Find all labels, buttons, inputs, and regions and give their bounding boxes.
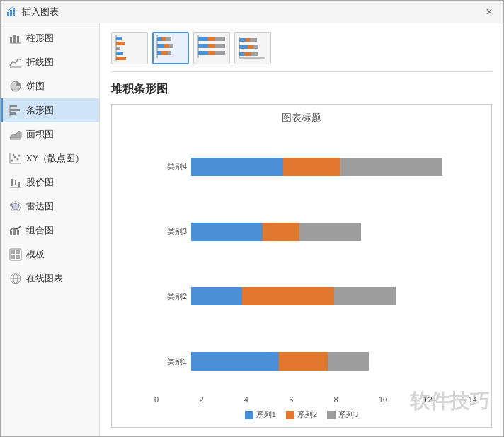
bar-seg-0-1 <box>191 287 242 305</box>
svg-rect-41 <box>116 42 125 45</box>
svg-rect-52 <box>157 51 161 55</box>
legend-label-1: 系列2 <box>297 409 317 420</box>
x-tick-5: 10 <box>379 395 423 404</box>
svg-rect-10 <box>10 109 20 111</box>
svg-rect-50 <box>164 44 169 48</box>
template-icon <box>9 248 22 261</box>
svg-rect-72 <box>239 52 244 56</box>
svg-rect-73 <box>244 52 251 56</box>
bars-1 <box>191 287 477 305</box>
chart-type-btn-stacked100[interactable] <box>193 32 230 64</box>
legend-color-2 <box>327 411 336 419</box>
svg-marker-28 <box>11 203 19 209</box>
svg-point-15 <box>11 160 13 162</box>
chart-type-btn-clustered[interactable] <box>111 32 148 64</box>
sidebar-item-stock[interactable]: 股价图 <box>1 170 99 194</box>
svg-rect-70 <box>248 45 253 49</box>
svg-rect-57 <box>208 37 215 41</box>
x-tick-0: 0 <box>154 395 199 404</box>
bar-seg-1-1 <box>242 287 334 305</box>
bars-0 <box>191 352 477 371</box>
svg-rect-4 <box>13 35 16 43</box>
chart-type-btn-stacked2[interactable] <box>234 32 271 64</box>
sidebar-item-radar[interactable]: 雷达图 <box>1 194 99 218</box>
svg-rect-33 <box>11 250 15 254</box>
bar-seg-2-0 <box>328 352 369 371</box>
svg-rect-5 <box>17 36 19 43</box>
legend-item-1: 系列2 <box>286 409 317 420</box>
combo-icon <box>9 224 22 237</box>
legend-item-0: 系列1 <box>245 409 276 420</box>
x-tick-2: 4 <box>244 395 289 404</box>
legend-color-0 <box>245 411 253 419</box>
bar-seg-1-2 <box>263 223 299 241</box>
pie-label: 饼图 <box>26 80 45 93</box>
sidebar-item-pie[interactable]: 饼图 <box>1 74 99 98</box>
svg-rect-61 <box>215 44 225 48</box>
radar-icon <box>9 200 22 213</box>
svg-rect-54 <box>168 51 171 55</box>
svg-point-18 <box>13 154 15 156</box>
svg-rect-46 <box>157 37 162 41</box>
svg-rect-2 <box>13 8 15 16</box>
svg-rect-71 <box>253 45 258 49</box>
svg-point-16 <box>14 156 16 158</box>
chart-wrapper: 类别4类别3类别2类别1 02468101214 系列1系列2系列3 <box>119 132 484 420</box>
svg-rect-64 <box>215 51 225 55</box>
svg-rect-51 <box>169 44 173 48</box>
sidebar-item-template[interactable]: 模板 <box>1 243 99 267</box>
legend: 系列1系列2系列3 <box>119 409 484 420</box>
svg-rect-29 <box>10 231 12 235</box>
window-icon <box>6 6 18 18</box>
svg-rect-53 <box>161 51 168 55</box>
svg-rect-62 <box>198 51 208 55</box>
bar-chart-rows: 类别4类别3类别2类别1 <box>119 132 484 394</box>
sidebar-item-combo[interactable]: 组合图 <box>1 218 99 243</box>
sidebar-item-bar-horizontal[interactable]: 条形图 <box>1 98 99 122</box>
area-icon <box>9 128 22 141</box>
bar-seg-2-2 <box>299 223 361 241</box>
svg-rect-34 <box>16 250 20 254</box>
section-title: 堆积条形图 <box>111 82 492 97</box>
svg-rect-40 <box>116 37 122 40</box>
online-label: 在线图表 <box>26 272 63 285</box>
chart-type-btn-stacked[interactable] <box>152 32 189 64</box>
bar-seg-1-3 <box>283 158 340 176</box>
svg-rect-63 <box>208 51 215 55</box>
legend-label-2: 系列3 <box>338 409 358 420</box>
svg-rect-3 <box>10 37 12 43</box>
chart-area: 图表标题 类别4类别3类别2类别1 02468101214 系列1系列2系列3 <box>111 104 492 428</box>
sidebar-item-area[interactable]: 面积图 <box>1 122 99 146</box>
sidebar-item-scatter[interactable]: XY（散点图） <box>1 146 99 170</box>
svg-rect-47 <box>162 37 166 41</box>
legend-item-2: 系列3 <box>327 409 358 420</box>
bar-horizontal-label: 条形图 <box>26 104 54 117</box>
svg-rect-11 <box>10 112 16 115</box>
title-bar: 插入图表 × <box>1 1 503 23</box>
svg-point-19 <box>18 155 21 157</box>
bar-label-3: 类别4 <box>154 161 187 172</box>
stock-label: 股价图 <box>26 176 54 189</box>
combo-label: 组合图 <box>26 224 54 237</box>
x-tick-7: 14 <box>469 395 477 404</box>
svg-rect-59 <box>198 44 208 48</box>
sidebar-item-line[interactable]: 折线图 <box>1 50 99 74</box>
svg-rect-35 <box>11 255 15 259</box>
bar-label-1: 类别2 <box>154 291 187 302</box>
window: 插入图表 × 柱形图折线图饼图条形图面积图XY（散点图）股价图雷达图组合图模板在… <box>0 0 504 437</box>
radar-label: 雷达图 <box>26 200 54 213</box>
pie-icon <box>9 80 22 93</box>
sidebar-item-online[interactable]: 在线图表 <box>1 267 99 291</box>
sidebar-item-bar-vertical[interactable]: 柱形图 <box>1 26 99 50</box>
svg-rect-68 <box>250 38 257 42</box>
line-icon <box>9 56 22 69</box>
area-label: 面积图 <box>26 128 54 141</box>
bar-seg-0-3 <box>191 158 283 176</box>
svg-rect-9 <box>10 105 17 107</box>
svg-rect-44 <box>116 57 126 60</box>
x-tick-1: 2 <box>199 395 244 404</box>
bar-row-0: 类别1 <box>154 352 477 371</box>
x-axis-row: 02468101214 <box>119 394 484 405</box>
close-button[interactable]: × <box>481 4 498 21</box>
main-panel: 堆积条形图 图表标题 类别4类别3类别2类别1 02468101214 系列1系… <box>100 23 503 436</box>
